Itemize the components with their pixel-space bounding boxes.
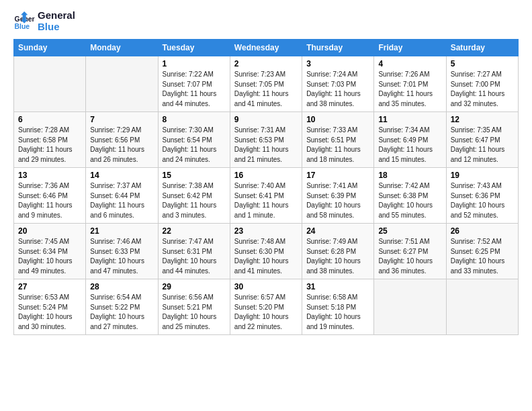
calendar-cell	[374, 279, 446, 335]
calendar-cell: 17Sunrise: 7:41 AMSunset: 6:39 PMDayligh…	[302, 168, 374, 224]
calendar-cell: 27Sunrise: 6:53 AMSunset: 5:24 PMDayligh…	[14, 279, 86, 335]
calendar-cell: 18Sunrise: 7:42 AMSunset: 6:38 PMDayligh…	[374, 168, 446, 224]
day-info: Sunrise: 7:45 AMSunset: 6:34 PMDaylight:…	[18, 237, 81, 276]
calendar-week-1: 6Sunrise: 7:28 AMSunset: 6:58 PMDaylight…	[14, 112, 519, 168]
calendar-table: SundayMondayTuesdayWednesdayThursdayFrid…	[13, 39, 519, 335]
day-info: Sunrise: 7:29 AMSunset: 6:56 PMDaylight:…	[90, 126, 153, 165]
day-number: 3	[306, 59, 369, 68]
day-info: Sunrise: 7:34 AMSunset: 6:49 PMDaylight:…	[378, 126, 441, 165]
day-info: Sunrise: 6:56 AMSunset: 5:21 PMDaylight:…	[163, 293, 226, 332]
logo-blue: Blue	[38, 21, 75, 33]
day-number: 6	[18, 115, 81, 124]
calendar-cell: 20Sunrise: 7:45 AMSunset: 6:34 PMDayligh…	[14, 224, 86, 279]
calendar-cell: 5Sunrise: 7:27 AMSunset: 7:00 PMDaylight…	[446, 56, 518, 112]
calendar-week-4: 27Sunrise: 6:53 AMSunset: 5:24 PMDayligh…	[14, 279, 519, 335]
day-number: 14	[90, 171, 153, 180]
calendar-cell: 12Sunrise: 7:35 AMSunset: 6:47 PMDayligh…	[446, 112, 518, 168]
calendar-cell: 19Sunrise: 7:43 AMSunset: 6:36 PMDayligh…	[446, 168, 518, 224]
day-info: Sunrise: 7:41 AMSunset: 6:39 PMDaylight:…	[306, 181, 369, 220]
calendar-cell: 31Sunrise: 6:58 AMSunset: 5:18 PMDayligh…	[302, 279, 374, 335]
calendar-cell: 16Sunrise: 7:40 AMSunset: 6:41 PMDayligh…	[230, 168, 302, 224]
calendar-week-2: 13Sunrise: 7:36 AMSunset: 6:46 PMDayligh…	[14, 168, 519, 224]
day-info: Sunrise: 7:49 AMSunset: 6:28 PMDaylight:…	[306, 237, 369, 276]
day-number: 9	[234, 115, 298, 124]
day-info: Sunrise: 7:26 AMSunset: 7:01 PMDaylight:…	[378, 70, 441, 109]
calendar-cell: 25Sunrise: 7:51 AMSunset: 6:27 PMDayligh…	[374, 224, 446, 279]
calendar-cell: 11Sunrise: 7:34 AMSunset: 6:49 PMDayligh…	[374, 112, 446, 168]
day-info: Sunrise: 7:46 AMSunset: 6:33 PMDaylight:…	[90, 237, 153, 276]
calendar-cell: 13Sunrise: 7:36 AMSunset: 6:46 PMDayligh…	[14, 168, 86, 224]
svg-text:Blue: Blue	[15, 23, 30, 30]
calendar-cell: 29Sunrise: 6:56 AMSunset: 5:21 PMDayligh…	[158, 279, 230, 335]
day-info: Sunrise: 6:54 AMSunset: 5:22 PMDaylight:…	[90, 293, 153, 332]
weekday-header-friday: Friday	[374, 40, 446, 56]
day-number: 31	[306, 282, 369, 291]
calendar-cell: 7Sunrise: 7:29 AMSunset: 6:56 PMDaylight…	[86, 112, 158, 168]
day-number: 24	[306, 226, 369, 236]
day-info: Sunrise: 7:27 AMSunset: 7:00 PMDaylight:…	[451, 70, 514, 109]
calendar-cell: 28Sunrise: 6:54 AMSunset: 5:22 PMDayligh…	[86, 279, 158, 335]
calendar-week-3: 20Sunrise: 7:45 AMSunset: 6:34 PMDayligh…	[14, 224, 519, 279]
day-number: 16	[234, 171, 298, 180]
day-number: 10	[306, 115, 369, 124]
day-info: Sunrise: 7:40 AMSunset: 6:41 PMDaylight:…	[234, 181, 298, 220]
day-number: 2	[234, 59, 298, 68]
weekday-header-sunday: Sunday	[14, 40, 86, 56]
day-number: 29	[163, 282, 226, 291]
day-info: Sunrise: 7:23 AMSunset: 7:05 PMDaylight:…	[234, 70, 298, 109]
day-info: Sunrise: 6:53 AMSunset: 5:24 PMDaylight:…	[18, 293, 81, 332]
weekday-header-thursday: Thursday	[302, 40, 374, 56]
day-info: Sunrise: 7:36 AMSunset: 6:46 PMDaylight:…	[18, 181, 81, 220]
header: General Blue General Blue	[13, 10, 519, 32]
day-info: Sunrise: 6:58 AMSunset: 5:18 PMDaylight:…	[306, 293, 369, 332]
day-number: 1	[163, 59, 226, 68]
day-info: Sunrise: 7:48 AMSunset: 6:30 PMDaylight:…	[234, 237, 298, 276]
day-number: 21	[90, 226, 153, 236]
day-number: 5	[451, 59, 514, 68]
day-number: 4	[378, 59, 441, 68]
day-info: Sunrise: 7:43 AMSunset: 6:36 PMDaylight:…	[451, 181, 514, 220]
day-number: 15	[163, 171, 226, 180]
logo: General Blue General Blue	[13, 10, 75, 32]
weekday-header-monday: Monday	[86, 40, 158, 56]
day-info: Sunrise: 6:57 AMSunset: 5:20 PMDaylight:…	[234, 293, 298, 332]
day-number: 19	[451, 171, 514, 180]
logo-general: General	[38, 10, 75, 21]
calendar-cell: 4Sunrise: 7:26 AMSunset: 7:01 PMDaylight…	[374, 56, 446, 112]
calendar-cell	[14, 56, 86, 112]
calendar-cell: 26Sunrise: 7:52 AMSunset: 6:25 PMDayligh…	[446, 224, 518, 279]
day-info: Sunrise: 7:30 AMSunset: 6:54 PMDaylight:…	[163, 126, 226, 165]
calendar-cell: 1Sunrise: 7:22 AMSunset: 7:07 PMDaylight…	[158, 56, 230, 112]
day-number: 20	[18, 226, 81, 236]
calendar-cell: 22Sunrise: 7:47 AMSunset: 6:31 PMDayligh…	[158, 224, 230, 279]
calendar-body: 1Sunrise: 7:22 AMSunset: 7:07 PMDaylight…	[14, 56, 519, 335]
calendar-cell: 21Sunrise: 7:46 AMSunset: 6:33 PMDayligh…	[86, 224, 158, 279]
day-number: 25	[378, 226, 441, 236]
logo-icon: General Blue	[13, 11, 35, 32]
day-number: 23	[234, 226, 298, 236]
calendar-cell: 24Sunrise: 7:49 AMSunset: 6:28 PMDayligh…	[302, 224, 374, 279]
day-number: 28	[90, 282, 153, 291]
day-number: 18	[378, 171, 441, 180]
day-number: 11	[378, 115, 441, 124]
day-info: Sunrise: 7:51 AMSunset: 6:27 PMDaylight:…	[378, 237, 441, 276]
calendar-cell: 8Sunrise: 7:30 AMSunset: 6:54 PMDaylight…	[158, 112, 230, 168]
day-number: 12	[451, 115, 514, 124]
day-info: Sunrise: 7:52 AMSunset: 6:25 PMDaylight:…	[451, 237, 514, 276]
day-info: Sunrise: 7:37 AMSunset: 6:44 PMDaylight:…	[90, 181, 153, 220]
day-info: Sunrise: 7:31 AMSunset: 6:53 PMDaylight:…	[234, 126, 298, 165]
day-info: Sunrise: 7:33 AMSunset: 6:51 PMDaylight:…	[306, 126, 369, 165]
day-number: 26	[451, 226, 514, 236]
calendar-cell	[446, 279, 518, 335]
calendar-cell: 10Sunrise: 7:33 AMSunset: 6:51 PMDayligh…	[302, 112, 374, 168]
day-info: Sunrise: 7:28 AMSunset: 6:58 PMDaylight:…	[18, 126, 81, 165]
calendar-week-0: 1Sunrise: 7:22 AMSunset: 7:07 PMDaylight…	[14, 56, 519, 112]
day-number: 8	[163, 115, 226, 124]
calendar-cell: 14Sunrise: 7:37 AMSunset: 6:44 PMDayligh…	[86, 168, 158, 224]
day-info: Sunrise: 7:24 AMSunset: 7:03 PMDaylight:…	[306, 70, 369, 109]
day-number: 7	[90, 115, 153, 124]
day-number: 30	[234, 282, 298, 291]
calendar-cell: 30Sunrise: 6:57 AMSunset: 5:20 PMDayligh…	[230, 279, 302, 335]
calendar-cell: 6Sunrise: 7:28 AMSunset: 6:58 PMDaylight…	[14, 112, 86, 168]
day-info: Sunrise: 7:47 AMSunset: 6:31 PMDaylight:…	[163, 237, 226, 276]
